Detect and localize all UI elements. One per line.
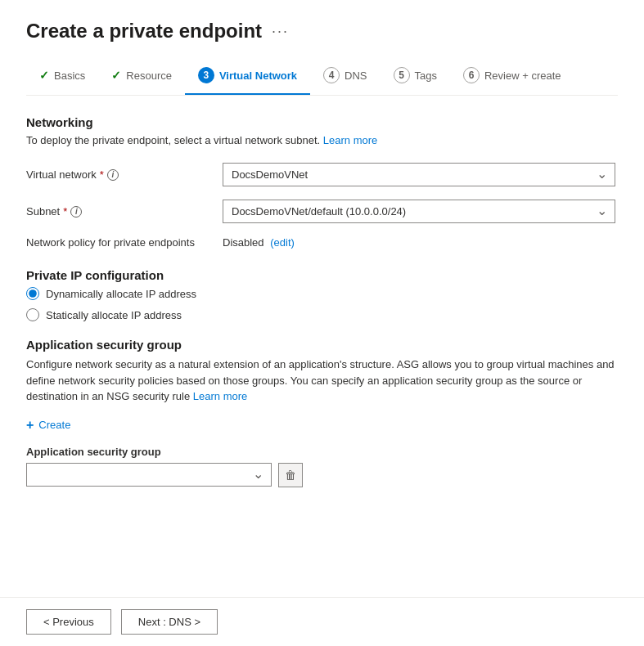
- asg-section-title: Application security group: [26, 338, 618, 352]
- virtual-network-dropdown[interactable]: DocsDemoVNet: [223, 163, 615, 186]
- subnet-row: Subnet * i DocsDemoVNet/default (10.0.0.…: [26, 200, 618, 223]
- virtual-network-label: Virtual network * i: [26, 168, 223, 181]
- asg-description: Configure network security as a natural …: [26, 357, 618, 405]
- footer: < Previous Next : DNS >: [0, 597, 644, 646]
- subnet-label: Subnet * i: [26, 205, 223, 218]
- dynamic-ip-radio[interactable]: [26, 287, 39, 300]
- step-circle-tags: 5: [394, 67, 410, 83]
- plus-icon: +: [26, 418, 34, 433]
- asg-delete-button[interactable]: 🗑: [278, 463, 303, 487]
- networking-learn-more-link[interactable]: Learn more: [323, 134, 377, 146]
- static-ip-label: Statically allocate IP address: [46, 309, 182, 321]
- network-policy-value: Disabled (edit): [223, 236, 295, 249]
- wizard-step-tags-label: Tags: [415, 70, 437, 82]
- wizard-step-resource[interactable]: ✓ Resource: [98, 61, 185, 93]
- virtual-network-required: *: [100, 168, 104, 181]
- subnet-dropdown[interactable]: DocsDemoVNet/default (10.0.0.0/24): [223, 200, 615, 223]
- next-button[interactable]: Next : DNS >: [121, 609, 218, 635]
- static-ip-radio[interactable]: [26, 308, 39, 321]
- wizard-step-review-create-label: Review + create: [484, 70, 561, 82]
- networking-section-title: Networking: [26, 115, 618, 129]
- asg-create-button[interactable]: + Create: [26, 418, 70, 433]
- wizard-step-review-create[interactable]: 6 Review + create: [450, 59, 574, 95]
- wizard-step-dns[interactable]: 4 DNS: [310, 59, 380, 95]
- asg-learn-more-link[interactable]: Learn more: [193, 390, 247, 402]
- page-title: Create a private endpoint: [26, 20, 262, 43]
- subnet-dropdown-wrapper: DocsDemoVNet/default (10.0.0.0/24): [223, 200, 615, 223]
- ellipsis-button[interactable]: ···: [272, 23, 289, 40]
- main-content: Networking To deploy the private endpoin…: [26, 96, 618, 487]
- asg-section: Application security group Configure net…: [26, 338, 618, 487]
- step-circle-dns: 4: [323, 67, 340, 83]
- networking-desc-text: To deploy the private endpoint, select a…: [26, 134, 320, 146]
- check-icon-resource: ✓: [111, 69, 121, 82]
- wizard-step-dns-label: DNS: [345, 70, 367, 82]
- private-ip-title: Private IP configuration: [26, 268, 618, 282]
- asg-dropdown-wrapper: [26, 463, 272, 487]
- network-policy-edit-link[interactable]: (edit): [270, 236, 295, 249]
- virtual-network-dropdown-wrapper: DocsDemoVNet: [223, 163, 615, 186]
- asg-dropdown[interactable]: [26, 463, 272, 487]
- wizard-step-basics-label: Basics: [54, 70, 85, 82]
- wizard-step-tags[interactable]: 5 Tags: [381, 59, 450, 95]
- private-ip-section: Private IP configuration Dynamically all…: [26, 268, 618, 321]
- asg-field-label: Application security group: [26, 446, 618, 458]
- virtual-network-info-icon[interactable]: i: [107, 169, 119, 181]
- wizard-step-virtual-network[interactable]: 3 Virtual Network: [185, 59, 310, 95]
- check-icon-basics: ✓: [39, 69, 49, 82]
- wizard-step-virtual-network-label: Virtual Network: [219, 70, 297, 82]
- static-ip-row: Statically allocate IP address: [26, 308, 618, 321]
- virtual-network-row: Virtual network * i DocsDemoVNet: [26, 163, 618, 186]
- subnet-required: *: [63, 205, 67, 218]
- dynamic-ip-label: Dynamically allocate IP address: [46, 288, 196, 300]
- dynamic-ip-row: Dynamically allocate IP address: [26, 287, 618, 300]
- networking-description: To deploy the private endpoint, select a…: [26, 134, 618, 146]
- networking-section: Networking To deploy the private endpoin…: [26, 115, 618, 249]
- wizard-step-basics[interactable]: ✓ Basics: [26, 61, 98, 93]
- wizard-step-resource-label: Resource: [126, 70, 172, 82]
- previous-button[interactable]: < Previous: [26, 609, 111, 635]
- delete-icon: 🗑: [285, 469, 296, 482]
- asg-dropdown-row: 🗑: [26, 463, 618, 487]
- network-policy-label: Network policy for private endpoints: [26, 236, 223, 249]
- step-circle-review: 6: [463, 67, 480, 83]
- subnet-info-icon[interactable]: i: [70, 206, 82, 218]
- step-circle-virtual-network: 3: [198, 67, 214, 83]
- wizard-nav: ✓ Basics ✓ Resource 3 Virtual Network 4 …: [26, 59, 618, 96]
- network-policy-row: Network policy for private endpoints Dis…: [26, 236, 618, 249]
